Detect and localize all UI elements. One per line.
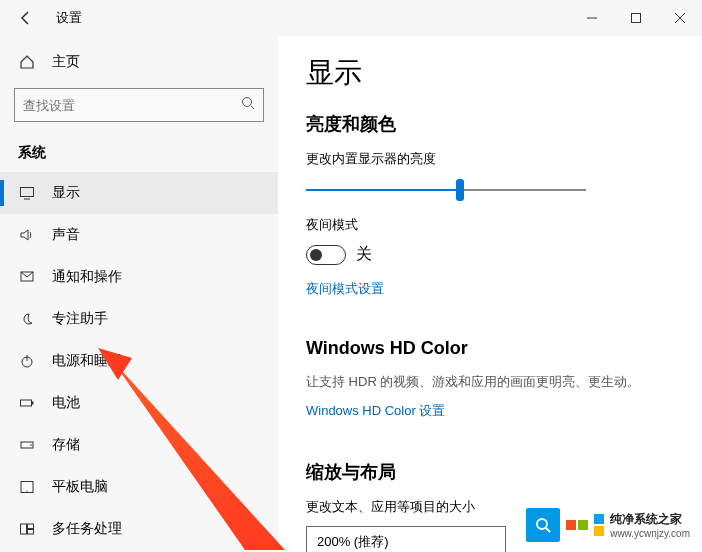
close-button[interactable] xyxy=(658,0,702,36)
watermark-search-icon xyxy=(526,508,560,542)
sidebar-item-label: 存储 xyxy=(52,436,80,454)
svg-rect-1 xyxy=(632,14,641,23)
svg-point-14 xyxy=(26,490,27,491)
sidebar-home-label: 主页 xyxy=(52,53,80,71)
sidebar-item-label: 平板电脑 xyxy=(52,478,108,496)
focus-icon xyxy=(18,311,36,327)
nightlight-label: 夜间模式 xyxy=(306,216,674,234)
sidebar-item-power-sleep[interactable]: 电源和睡眠 xyxy=(0,340,278,382)
sidebar-item-label: 电源和睡眠 xyxy=(52,352,122,370)
scale-value: 200% (推荐) xyxy=(317,533,389,551)
scale-heading: 缩放与布局 xyxy=(306,460,674,484)
sidebar-item-label: 专注助手 xyxy=(52,310,108,328)
sidebar: 主页 系统 显示 声音 通知和操作 专注助手 电源和睡眠 xyxy=(0,36,278,552)
sidebar-item-label: 多任务处理 xyxy=(52,520,122,538)
nightlight-state: 关 xyxy=(356,244,372,265)
page-title: 显示 xyxy=(306,54,674,92)
slider-thumb[interactable] xyxy=(456,179,464,201)
toggle-knob xyxy=(310,249,322,261)
sidebar-item-label: 显示 xyxy=(52,184,80,202)
maximize-button[interactable] xyxy=(614,0,658,36)
home-icon xyxy=(18,54,36,70)
tablet-icon xyxy=(18,479,36,495)
hdr-settings-link[interactable]: Windows HD Color 设置 xyxy=(306,402,445,420)
sidebar-item-display[interactable]: 显示 xyxy=(0,172,278,214)
svg-line-3 xyxy=(251,106,254,109)
scale-select[interactable]: 200% (推荐) xyxy=(306,526,506,552)
svg-point-2 xyxy=(243,98,252,107)
svg-point-20 xyxy=(537,519,547,529)
svg-rect-16 xyxy=(28,524,34,529)
sidebar-item-label: 电池 xyxy=(52,394,80,412)
sidebar-item-multitasking[interactable]: 多任务处理 xyxy=(0,508,278,550)
hdr-description: 让支持 HDR 的视频、游戏和应用的画面更明亮、更生动。 xyxy=(306,373,674,391)
brightness-slider[interactable] xyxy=(306,178,586,202)
sidebar-home[interactable]: 主页 xyxy=(0,44,278,80)
sidebar-item-notifications[interactable]: 通知和操作 xyxy=(0,256,278,298)
minimize-button[interactable] xyxy=(570,0,614,36)
svg-rect-10 xyxy=(32,402,34,405)
battery-icon xyxy=(18,395,36,411)
search-input-container[interactable] xyxy=(14,88,264,122)
display-icon xyxy=(18,185,36,201)
sidebar-item-tablet[interactable]: 平板电脑 xyxy=(0,466,278,508)
watermark: 纯净系统之家 www.ycwnjzy.com xyxy=(520,504,696,546)
watermark-logo-2 xyxy=(594,514,604,536)
window-title: 设置 xyxy=(56,9,570,27)
svg-line-21 xyxy=(546,528,550,532)
watermark-logo xyxy=(566,520,588,530)
brightness-heading: 亮度和颜色 xyxy=(306,112,674,136)
svg-rect-15 xyxy=(21,524,27,534)
search-input[interactable] xyxy=(23,98,241,113)
sidebar-item-storage[interactable]: 存储 xyxy=(0,424,278,466)
sidebar-item-label: 通知和操作 xyxy=(52,268,122,286)
sidebar-item-battery[interactable]: 电池 xyxy=(0,382,278,424)
brightness-slider-label: 更改内置显示器的亮度 xyxy=(306,150,674,168)
multitask-icon xyxy=(18,521,36,537)
svg-point-12 xyxy=(30,444,32,446)
svg-rect-9 xyxy=(21,400,32,406)
slider-fill xyxy=(306,189,460,191)
sidebar-section-label: 系统 xyxy=(0,136,278,172)
content-area: 显示 亮度和颜色 更改内置显示器的亮度 夜间模式 关 夜间模式设置 Window… xyxy=(278,36,702,552)
svg-rect-17 xyxy=(28,530,34,535)
nightlight-settings-link[interactable]: 夜间模式设置 xyxy=(306,280,384,298)
sidebar-item-sound[interactable]: 声音 xyxy=(0,214,278,256)
nightlight-toggle[interactable] xyxy=(306,245,346,265)
sidebar-item-label: 声音 xyxy=(52,226,80,244)
watermark-text: 纯净系统之家 www.ycwnjzy.com xyxy=(610,511,690,539)
sidebar-item-focus-assist[interactable]: 专注助手 xyxy=(0,298,278,340)
search-icon xyxy=(241,96,255,114)
power-icon xyxy=(18,353,36,369)
sound-icon xyxy=(18,227,36,243)
svg-rect-4 xyxy=(21,188,34,197)
storage-icon xyxy=(18,437,36,453)
notification-icon xyxy=(18,269,36,285)
back-button[interactable] xyxy=(14,6,38,30)
hdr-heading: Windows HD Color xyxy=(306,338,674,359)
